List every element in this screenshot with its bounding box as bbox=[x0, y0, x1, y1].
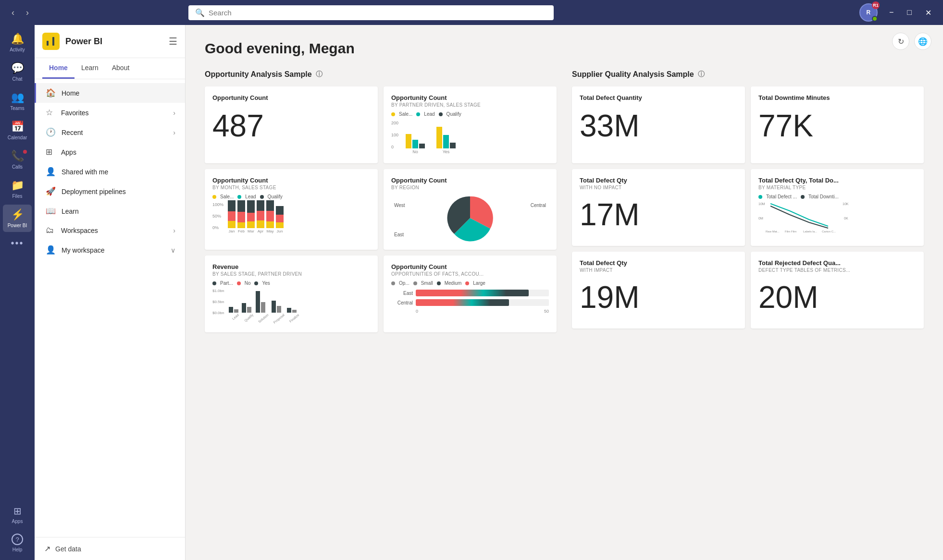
nav-apps[interactable]: ⊞ Apps bbox=[35, 142, 185, 162]
tile-opp-region[interactable]: Opportunity Count BY REGION West Central… bbox=[384, 169, 557, 250]
tile-defect-impact-title: Total Defect Qty bbox=[580, 259, 737, 267]
svg-rect-0 bbox=[47, 41, 49, 46]
rail-calls[interactable]: 📞 Calls bbox=[3, 146, 32, 173]
rail-powerbi[interactable]: ⚡ Power BI bbox=[3, 205, 32, 232]
legend-qualify-label: Qualify bbox=[447, 111, 461, 117]
globe-icon[interactable]: 🌐 bbox=[914, 33, 931, 50]
nav-controls[interactable]: ‹ › bbox=[8, 6, 33, 20]
close-button[interactable]: ✕ bbox=[921, 6, 935, 19]
tile-opp-hbar-subtitle: OPPORTUNITIES OF FACTS, ACCOU... bbox=[391, 271, 549, 277]
rail-more[interactable]: ••• bbox=[3, 234, 32, 253]
powerbi-logo-svg bbox=[46, 36, 56, 47]
area-line-downti bbox=[770, 206, 828, 228]
nav-myworkspace[interactable]: 👤 My workspace ∨ bbox=[35, 240, 185, 260]
supplier-info-icon[interactable]: ⓘ bbox=[698, 70, 705, 79]
qualify-bar1 bbox=[242, 303, 246, 313]
workspaces-icon: 🗂 bbox=[46, 226, 55, 235]
rail-activity[interactable]: 🔔 Activity bbox=[3, 29, 32, 56]
finalize-bar2 bbox=[292, 310, 297, 313]
files-icon: 📁 bbox=[11, 179, 24, 192]
nav-shared-label: Shared with me bbox=[62, 168, 108, 176]
ylabel-50pct: 50% bbox=[212, 214, 223, 219]
nav-shared[interactable]: 👤 Shared with me bbox=[35, 162, 185, 182]
ylabel-05bn: $0.5bn bbox=[212, 300, 224, 304]
area-line-defect bbox=[770, 204, 828, 226]
bar-chart: No Yes bbox=[391, 121, 549, 154]
pie-label-central: Central bbox=[531, 203, 546, 208]
tab-learn[interactable]: Learn bbox=[74, 58, 105, 79]
tile-revenue[interactable]: Revenue BY SALES STAGE, PARTNER DRIVEN P… bbox=[205, 256, 378, 332]
solution-bar1 bbox=[256, 291, 260, 313]
dashboard-grid: Opportunity Analysis Sample ⓘ Opportunit… bbox=[205, 70, 924, 332]
tile-defect-area[interactable]: Total Defect Qty, Total Do... BY MATERIA… bbox=[751, 169, 924, 246]
tile-defect-qty[interactable]: Total Defect Quantity 33M bbox=[572, 86, 745, 163]
favorites-chevron: › bbox=[173, 109, 175, 117]
tab-home[interactable]: Home bbox=[42, 58, 74, 79]
tile-defect-area-legend: Total Defect ... Total Downti... bbox=[758, 194, 916, 199]
search-input[interactable] bbox=[209, 9, 547, 17]
xlabel-rawmat: Raw Mat... bbox=[766, 230, 780, 233]
finalize-bar1 bbox=[287, 308, 291, 313]
tile-opp-month-legend: Sale... Lead Qualify bbox=[212, 194, 370, 199]
rev-bar-qualify: Qualify bbox=[241, 286, 252, 317]
legend-dot-m-qualify bbox=[260, 195, 264, 199]
stack-feb-bars bbox=[237, 200, 245, 228]
rail-help[interactable]: ? Help bbox=[3, 530, 32, 556]
search-bar[interactable]: 🔍 bbox=[188, 5, 554, 20]
xlabel-feb: Feb bbox=[238, 229, 245, 233]
nav-recent[interactable]: 🕐 Recent › bbox=[35, 122, 185, 142]
nav-home[interactable]: 🏠 Home bbox=[35, 83, 185, 103]
tab-about[interactable]: About bbox=[105, 58, 136, 79]
tile-defect-impact[interactable]: Total Defect Qty WITH IMPACT 19M bbox=[572, 252, 745, 329]
tile-opp-month[interactable]: Opportunity Count BY MONTH, SALES STAGE … bbox=[205, 169, 378, 250]
nav-favorites[interactable]: ☆ Favorites › bbox=[35, 103, 185, 122]
minimize-button[interactable]: − bbox=[885, 6, 897, 19]
legend-dot-qualify bbox=[439, 112, 443, 116]
jun-yellow bbox=[276, 222, 284, 228]
rail-teams[interactable]: 👥 Teams bbox=[3, 87, 32, 115]
back-button[interactable]: ‹ bbox=[8, 6, 18, 20]
legend-lead-label: Lead bbox=[424, 111, 434, 117]
stack-mar: Mar bbox=[247, 200, 255, 233]
user-avatar-container[interactable]: R R1 bbox=[859, 3, 878, 22]
forward-button[interactable]: › bbox=[22, 6, 33, 20]
opportunity-info-icon[interactable]: ⓘ bbox=[316, 70, 323, 79]
get-data-link[interactable]: ↗ Get data bbox=[35, 537, 185, 560]
rail-files[interactable]: 📁 Files bbox=[3, 175, 32, 203]
proposal-bar2 bbox=[277, 306, 281, 313]
tile-defect-impact-subtitle: WITH IMPACT bbox=[580, 268, 737, 273]
nav-recent-label: Recent bbox=[62, 129, 83, 136]
legend-h-med: Medium bbox=[445, 280, 462, 286]
rail-chat[interactable]: 💬 Chat bbox=[3, 58, 32, 85]
refresh-icon[interactable]: ↻ bbox=[892, 33, 909, 50]
mar-yellow bbox=[247, 221, 255, 228]
xlbl-finalize: Finalize bbox=[288, 313, 299, 323]
tile-revenue-legend: Part... No Yes bbox=[212, 280, 370, 286]
learn-icon: 📖 bbox=[46, 206, 56, 216]
legend-m-qualify: Qualify bbox=[268, 194, 283, 199]
nav-learn[interactable]: 📖 Learn bbox=[35, 201, 185, 221]
tile-opp-count-487[interactable]: Opportunity Count 487 bbox=[205, 86, 378, 163]
window-controls[interactable]: − □ ✕ bbox=[885, 6, 935, 19]
nav-workspaces[interactable]: 🗂 Workspaces › bbox=[35, 221, 185, 240]
tile-defect-no-impact[interactable]: Total Defect Qty WITH NO IMPACT 17M bbox=[572, 169, 745, 246]
shared-icon: 👤 bbox=[46, 167, 56, 177]
maximize-button[interactable]: □ bbox=[903, 6, 916, 19]
feb-red bbox=[237, 212, 245, 222]
legend-m-sale: Sale... bbox=[220, 194, 234, 199]
powerbi-panel: Power BI ☰ Home Learn About 🏠 Home ☆ Fav… bbox=[35, 25, 186, 560]
tile-rejected-defect[interactable]: Total Rejected Defect Qua... DEFECT TYPE… bbox=[751, 252, 924, 329]
mar-dark bbox=[247, 200, 255, 213]
rail-calendar[interactable]: 📅 Calendar bbox=[3, 117, 32, 144]
jun-dark bbox=[276, 206, 284, 215]
xlabel-labels: Labels la... bbox=[803, 230, 817, 233]
tile-opp-partner-legend: Sale... Lead Qualify bbox=[391, 111, 549, 117]
tile-downtime-min[interactable]: Total Downtime Minutes 77K bbox=[751, 86, 924, 163]
opportunity-section-title: Opportunity Analysis Sample ⓘ bbox=[205, 70, 557, 79]
nav-pipelines[interactable]: 🚀 Deployment pipelines bbox=[35, 182, 185, 201]
rail-apps[interactable]: ⊞ Apps bbox=[3, 501, 32, 528]
tile-opp-hbar[interactable]: Opportunity Count OPPORTUNITIES OF FACTS… bbox=[384, 256, 557, 332]
hamburger-menu[interactable]: ☰ bbox=[169, 36, 177, 47]
tile-opp-partner[interactable]: Opportunity Count BY PARTNER DRIVEN, SAL… bbox=[384, 86, 557, 163]
supplier-section: Supplier Quality Analysis Sample ⓘ Total… bbox=[572, 70, 924, 332]
